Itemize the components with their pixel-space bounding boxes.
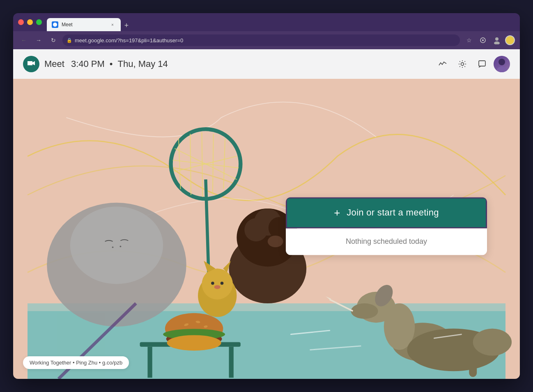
user-avatar-browser[interactable] (505, 35, 515, 45)
reload-button[interactable]: ↻ (48, 34, 59, 46)
tab-close-button[interactable]: × (109, 21, 116, 28)
title-bar: Meet × + (13, 13, 520, 31)
meeting-card: + Join or start a meeting Nothing schedu… (286, 197, 487, 255)
svg-point-35 (211, 282, 214, 285)
svg-line-22 (202, 132, 202, 197)
url-text: meet.google.com/?hs=197&pli=1&authuser=0 (75, 37, 456, 44)
forward-button[interactable]: → (33, 34, 44, 46)
new-tab-button[interactable]: + (121, 20, 132, 31)
svg-line-21 (190, 134, 191, 195)
profile-icon[interactable] (491, 34, 503, 46)
svg-line-24 (223, 139, 225, 189)
svg-line-20 (179, 139, 181, 189)
main-illustration-area: + Join or start a meeting Nothing schedu… (13, 79, 520, 379)
svg-point-14 (120, 246, 122, 248)
header-right-controls (434, 56, 510, 72)
minimize-button[interactable] (27, 19, 33, 25)
feedback-icon-button[interactable] (474, 56, 490, 72)
join-start-meeting-button[interactable]: + Join or start a meeting (286, 197, 487, 228)
svg-point-37 (214, 285, 221, 289)
attribution-label: Working Together • Ping Zhu • g.co/pzb (23, 356, 129, 369)
svg-point-1 (482, 39, 484, 41)
svg-line-23 (213, 134, 214, 194)
tabs-area: Meet × + (47, 13, 515, 31)
svg-point-3 (494, 41, 500, 44)
svg-point-30 (268, 236, 283, 247)
address-bar: ← → ↻ 🔒 meet.google.com/?hs=197&pli=1&au… (13, 31, 520, 49)
meet-header: Meet 3:40 PM • Thu, May 14 (13, 49, 520, 79)
browser-window: Meet × + ← → ↻ 🔒 meet.google.com/?hs=197… (13, 13, 520, 379)
meet-logo (23, 56, 39, 72)
meet-app-title: Meet (44, 59, 64, 69)
svg-point-54 (473, 328, 512, 355)
svg-rect-5 (479, 61, 485, 66)
settings-icon-button[interactable] (454, 56, 471, 72)
svg-point-51 (351, 303, 378, 319)
svg-point-12 (70, 206, 163, 284)
tab-label: Meet (62, 22, 106, 28)
svg-point-8 (499, 59, 505, 65)
svg-rect-55 (469, 358, 477, 377)
back-button[interactable]: ← (18, 34, 30, 46)
browser-tab-meet[interactable]: Meet × (47, 18, 121, 31)
svg-point-7 (496, 66, 508, 72)
svg-rect-39 (147, 347, 152, 378)
svg-point-2 (495, 37, 499, 41)
address-right-icons: ☆ (463, 34, 515, 46)
activity-icon-button[interactable] (434, 56, 451, 72)
tab-favicon (52, 21, 58, 28)
svg-marker-57 (326, 296, 331, 300)
meet-time: 3:40 PM (71, 59, 105, 69)
svg-line-19 (174, 156, 237, 172)
svg-point-13 (112, 246, 114, 248)
svg-point-47 (167, 335, 221, 351)
maximize-button[interactable] (36, 19, 42, 25)
nothing-scheduled-panel: Nothing scheduled today (286, 228, 487, 255)
svg-point-32 (202, 268, 232, 299)
svg-rect-40 (229, 347, 234, 378)
header-separator: • (110, 59, 113, 69)
url-bar[interactable]: 🔒 meet.google.com/?hs=197&pli=1&authuser… (62, 34, 460, 46)
meet-logo-icon (27, 59, 36, 70)
join-button-label: Join or start a meeting (347, 207, 439, 218)
user-avatar-meet[interactable] (494, 56, 510, 72)
extension-icon[interactable] (477, 34, 489, 46)
svg-point-36 (221, 282, 224, 285)
app-content: Meet 3:40 PM • Thu, May 14 (13, 49, 520, 379)
lock-icon: 🔒 (67, 38, 72, 43)
nothing-scheduled-text: Nothing scheduled today (346, 237, 427, 245)
svg-point-4 (461, 63, 464, 66)
join-plus-icon: + (334, 207, 340, 218)
traffic-lights (18, 19, 42, 25)
attribution-text: Working Together • Ping Zhu • g.co/pzb (30, 360, 122, 366)
meet-date: Thu, May 14 (118, 59, 168, 69)
close-button[interactable] (18, 19, 24, 25)
bookmark-icon[interactable]: ☆ (463, 34, 475, 46)
